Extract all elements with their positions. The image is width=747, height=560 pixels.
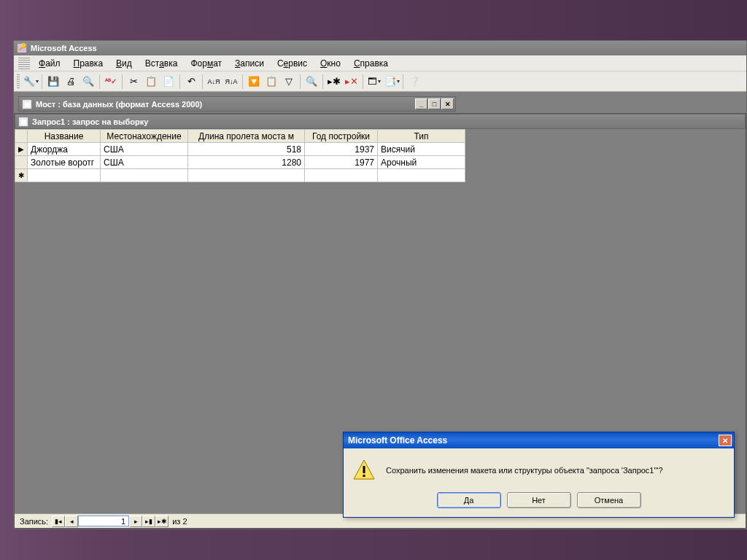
dialog-yes-button[interactable]: Да <box>437 492 501 508</box>
dialog-no-button[interactable]: Нет <box>507 492 571 508</box>
filter-selection-button[interactable]: 🔽 <box>246 74 262 90</box>
dialog-message: Сохранить изменения макета или структуры… <box>386 466 663 475</box>
table-row[interactable]: ▶ Джорджа США 518 1937 Висячий <box>15 143 465 156</box>
cell[interactable]: 1280 <box>188 156 305 169</box>
record-total: из 2 <box>169 517 190 526</box>
sort-desc-button[interactable]: Я↓А <box>223 74 239 90</box>
paste-button[interactable]: 📄 <box>160 74 177 90</box>
svg-rect-2 <box>363 475 365 477</box>
row-selector-current[interactable]: ▶ <box>15 143 28 156</box>
new-record-row[interactable]: ✱ <box>15 169 465 182</box>
query-window-title: Запрос1 : запрос на выборку <box>32 117 148 126</box>
col-year[interactable]: Год постройки <box>305 130 378 143</box>
app-title: Microsoft Access <box>31 44 97 52</box>
database-icon: ▦ <box>22 99 32 109</box>
nav-next-button[interactable]: ▸ <box>129 516 142 527</box>
select-all-cell[interactable] <box>15 130 28 143</box>
print-button[interactable]: 🖨 <box>63 74 79 90</box>
dialog-close-button[interactable]: ✕ <box>719 435 732 446</box>
cell[interactable]: США <box>101 143 188 156</box>
access-app-icon <box>17 43 27 53</box>
dialog-title: Microsoft Office Access <box>348 435 447 446</box>
cell[interactable]: Висячий <box>378 143 465 156</box>
database-window[interactable]: ▦ Мост : база данных (формат Access 2000… <box>18 96 456 112</box>
record-label: Запись: <box>16 517 52 526</box>
col-name[interactable]: Название <box>28 130 101 143</box>
menubar-grip[interactable] <box>18 58 30 69</box>
cell[interactable]: США <box>101 156 188 169</box>
menu-view[interactable]: Вид <box>110 57 138 70</box>
apply-filter-button[interactable]: ▽ <box>281 74 297 90</box>
cell[interactable]: 1977 <box>305 156 378 169</box>
sort-asc-button[interactable]: А↓Я <box>206 74 222 90</box>
menu-window[interactable]: Окно <box>314 57 347 70</box>
menu-insert[interactable]: Вставка <box>139 57 184 70</box>
cell[interactable]: Джорджа <box>28 143 101 156</box>
cell[interactable] <box>101 169 188 182</box>
database-window-button[interactable]: 🗔 <box>366 74 382 90</box>
menu-format[interactable]: Формат <box>185 57 228 70</box>
new-record-button[interactable]: ▸✱ <box>326 74 342 90</box>
db-close-button[interactable]: ✕ <box>441 98 454 109</box>
view-button[interactable]: 🔧 <box>23 74 39 90</box>
spellcheck-button[interactable]: ᴬᴮ✓ <box>103 74 119 90</box>
save-button[interactable]: 💾 <box>45 74 61 90</box>
header-row: Название Местонахождение Длина пролета м… <box>15 130 465 143</box>
nav-first-button[interactable]: ▮◂ <box>52 516 65 527</box>
db-maximize-button[interactable]: □ <box>428 98 441 109</box>
toolbar-grip[interactable] <box>17 74 20 89</box>
cell[interactable] <box>305 169 378 182</box>
svg-rect-1 <box>363 466 365 473</box>
menubar: ФФайлайл Правка Вид Вставка Формат Запис… <box>14 55 746 71</box>
menu-edit[interactable]: Правка <box>68 57 109 70</box>
db-minimize-button[interactable]: _ <box>415 98 427 109</box>
cell[interactable] <box>188 169 305 182</box>
cut-button[interactable]: ✂ <box>125 74 142 90</box>
menu-file[interactable]: ФФайлайл <box>33 57 66 70</box>
app-titlebar: Microsoft Access <box>14 41 746 55</box>
cell[interactable]: 518 <box>188 143 305 156</box>
cell[interactable]: 1937 <box>305 143 378 156</box>
new-object-button[interactable]: 📑 <box>384 74 400 90</box>
table-row[interactable]: Золотые воротг США 1280 1977 Арочный <box>15 156 465 169</box>
nav-last-button[interactable]: ▸▮ <box>142 516 155 527</box>
row-selector[interactable] <box>15 156 28 169</box>
delete-record-button[interactable]: ▸✕ <box>344 74 360 90</box>
row-selector-new[interactable]: ✱ <box>15 169 28 182</box>
menu-help[interactable]: Справка <box>348 57 394 70</box>
col-type[interactable]: Тип <box>378 130 465 143</box>
save-dialog: Microsoft Office Access ✕ Сохранить изме… <box>343 432 735 518</box>
menu-tools[interactable]: Сервис <box>271 57 313 70</box>
cell[interactable] <box>28 169 101 182</box>
database-window-title: Мост : база данных (формат Access 2000) <box>36 100 202 109</box>
cell[interactable] <box>378 169 465 182</box>
query-icon: ▦ <box>18 117 28 127</box>
warning-icon <box>352 459 376 482</box>
help-button[interactable]: ❔ <box>406 74 422 90</box>
dialog-cancel-button[interactable]: Отмена <box>577 492 641 508</box>
cell[interactable]: Арочный <box>378 156 465 169</box>
find-button[interactable]: 🔍 <box>303 74 320 90</box>
record-number-input[interactable] <box>78 516 129 526</box>
copy-button[interactable]: 📋 <box>143 74 159 90</box>
col-location[interactable]: Местонахождение <box>101 130 188 143</box>
print-preview-button[interactable]: 🔍 <box>80 74 96 90</box>
query-window-titlebar[interactable]: ▦ Запрос1 : запрос на выборку <box>15 114 746 129</box>
col-span[interactable]: Длина пролета моста м <box>188 130 305 143</box>
menu-records[interactable]: Записи <box>229 57 270 70</box>
nav-prev-button[interactable]: ◂ <box>65 516 78 527</box>
undo-button[interactable]: ↶ <box>183 74 199 90</box>
datasheet-table[interactable]: Название Местонахождение Длина пролета м… <box>15 129 465 182</box>
filter-form-button[interactable]: 📋 <box>263 74 279 90</box>
nav-new-button[interactable]: ▸✱ <box>155 516 169 527</box>
dialog-titlebar[interactable]: Microsoft Office Access ✕ <box>344 432 734 448</box>
database-window-titlebar[interactable]: ▦ Мост : база данных (формат Access 2000… <box>18 96 456 112</box>
toolbar: 🔧 💾 🖨 🔍 ᴬᴮ✓ ✂ 📋 📄 ↶ А↓Я Я↓А 🔽 📋 ▽ 🔍 ▸✱ ▸… <box>14 71 746 92</box>
cell[interactable]: Золотые воротг <box>28 156 101 169</box>
